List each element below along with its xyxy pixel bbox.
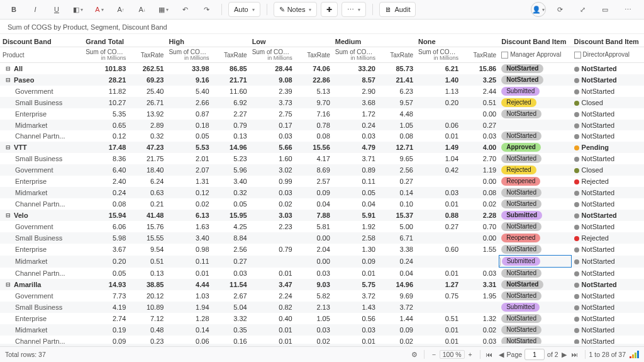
cell-value[interactable]: 0.09 <box>378 324 416 336</box>
cell-value[interactable]: 2.90 <box>333 86 378 97</box>
cell-value[interactable]: 8.84 <box>212 232 250 244</box>
table-row[interactable]: Small Business4.1910.891.945.040.822.131… <box>0 302 644 313</box>
cell-value[interactable]: 14.96 <box>212 142 250 153</box>
cell-value[interactable]: 2.70 <box>461 153 499 164</box>
cell-value[interactable]: 0.27 <box>416 221 461 232</box>
cell-value[interactable] <box>416 256 461 268</box>
cell-value[interactable]: 1.72 <box>333 108 378 120</box>
cell-value[interactable]: 0.87 <box>166 108 211 120</box>
mgr-status-cell[interactable]: NotStarted <box>499 290 571 302</box>
cell-value[interactable]: 9.54 <box>128 244 166 256</box>
cell-value[interactable]: 6.21 <box>416 63 461 75</box>
cell-value[interactable]: 0.11 <box>333 176 378 187</box>
cell-value[interactable]: 0.27 <box>378 176 416 187</box>
cell-value[interactable]: 8.69 <box>295 164 333 176</box>
cell-value[interactable]: 3.38 <box>378 244 416 256</box>
cell-value[interactable]: 15.55 <box>128 232 166 244</box>
add-note-button[interactable]: ✚ <box>321 2 338 17</box>
zoom-in-button[interactable]: + <box>465 349 476 360</box>
cell-value[interactable]: 0.24 <box>83 187 128 198</box>
cell-value[interactable]: 1.44 <box>378 313 416 324</box>
cell-value[interactable]: 1.30 <box>333 244 378 256</box>
cell-value[interactable]: 0.05 <box>166 130 211 142</box>
cell-value[interactable]: 4.17 <box>295 153 333 164</box>
cell-value[interactable]: 1.55 <box>461 244 499 256</box>
redo-button[interactable]: ↷ <box>197 3 215 16</box>
cell-value[interactable]: 25.40 <box>128 86 166 97</box>
cell-value[interactable]: 1.31 <box>166 176 211 187</box>
cell-value[interactable]: 10.89 <box>128 302 166 313</box>
cell-value[interactable]: 3.72 <box>333 290 378 302</box>
cell-value[interactable]: 3.67 <box>83 244 128 256</box>
cell-value[interactable]: 0.01 <box>416 130 461 142</box>
cell-value[interactable]: 33.98 <box>166 63 211 75</box>
col-grand-total[interactable]: Grand Total <box>83 34 166 47</box>
cell-value[interactable]: 0.08 <box>83 198 128 210</box>
cell-value[interactable]: 0.82 <box>250 302 295 313</box>
cell-value[interactable]: 41.48 <box>128 210 166 221</box>
mgr-status-cell[interactable]: NotStarted <box>499 63 571 75</box>
cell-value[interactable]: 0.23 <box>128 336 166 344</box>
cell-value[interactable]: 2.89 <box>128 120 166 130</box>
cell-value[interactable]: 0.00 <box>295 232 333 244</box>
mgr-status-cell[interactable]: Approved <box>499 142 571 153</box>
cell-value[interactable]: 1.05 <box>295 313 333 324</box>
col-cogs[interactable]: Sum of COGS 1.2in Millions <box>333 47 378 63</box>
cell-value[interactable]: 2.04 <box>295 244 333 256</box>
dir-status-cell[interactable]: NotStarted <box>572 86 644 97</box>
dir-status-cell[interactable]: Closed <box>572 164 644 176</box>
cell-value[interactable]: 0.09 <box>295 187 333 198</box>
settings-icon[interactable]: ⚙ <box>409 349 420 360</box>
cell-value[interactable]: 5.13 <box>295 86 333 97</box>
cell-value[interactable]: 0.51 <box>461 97 499 108</box>
cell-value[interactable]: 2.28 <box>461 210 499 221</box>
cell-value[interactable]: 0.05 <box>212 198 250 210</box>
col-high[interactable]: High <box>166 34 249 47</box>
cell-value[interactable]: 5.66 <box>250 142 295 153</box>
cell-value[interactable]: 0.01 <box>166 268 211 280</box>
cell-value[interactable]: 0.02 <box>461 198 499 210</box>
cell-value[interactable]: 0.06 <box>166 336 211 344</box>
data-grid[interactable]: Discount Band Grand Total High Low Mediu… <box>0 33 644 344</box>
cell-value[interactable]: 3.40 <box>212 176 250 187</box>
cell-value[interactable] <box>250 256 295 268</box>
table-row[interactable]: Enterprise2.406.241.313.400.992.570.110.… <box>0 176 644 187</box>
cell-value[interactable]: 5.23 <box>212 153 250 164</box>
cell-value[interactable]: 28.21 <box>83 74 128 86</box>
expand-icon[interactable]: ⊟ <box>5 65 11 72</box>
cell-value[interactable]: 11.60 <box>212 86 250 97</box>
cell-value[interactable]: 2.75 <box>250 108 295 120</box>
dir-status-cell[interactable]: NotStarted <box>572 120 644 130</box>
cell-value[interactable]: 15.95 <box>212 210 250 221</box>
col-taxrate[interactable]: TaxRate <box>378 47 416 63</box>
cell-value[interactable] <box>461 256 499 268</box>
cell-value[interactable]: 8.57 <box>333 74 378 86</box>
cell-value[interactable]: 9.70 <box>295 97 333 108</box>
cell-value[interactable]: 3.72 <box>378 302 416 313</box>
cell-value[interactable]: 9.69 <box>378 290 416 302</box>
col-none[interactable]: None <box>416 34 499 47</box>
dir-status-cell[interactable]: NotStarted <box>572 153 644 164</box>
cell-value[interactable]: 2.44 <box>461 86 499 97</box>
table-row[interactable]: ⊟Velo15.9441.486.1315.953.037.885.9115.3… <box>0 210 644 221</box>
cell-value[interactable]: 4.19 <box>83 302 128 313</box>
cell-value[interactable]: 0.10 <box>378 198 416 210</box>
cell-value[interactable]: 2.01 <box>166 153 211 164</box>
cell-value[interactable]: 86.85 <box>212 63 250 75</box>
user-avatar[interactable]: 👤▾ <box>531 2 546 17</box>
cell-value[interactable]: 3.03 <box>250 210 295 221</box>
cell-value[interactable]: 0.01 <box>416 324 461 336</box>
table-row[interactable]: Midmarket0.240.630.120.320.030.090.050.1… <box>0 187 644 198</box>
cell-value[interactable]: 4.00 <box>461 142 499 153</box>
cell-value[interactable]: 28.44 <box>250 63 295 75</box>
cell-value[interactable]: 2.24 <box>250 290 295 302</box>
cell-value[interactable] <box>416 108 461 120</box>
cell-value[interactable]: 0.03 <box>416 187 461 198</box>
cell-value[interactable]: 0.03 <box>333 130 378 142</box>
cell-value[interactable] <box>461 302 499 313</box>
cell-value[interactable]: 0.14 <box>378 187 416 198</box>
cell-value[interactable]: 69.23 <box>128 74 166 86</box>
cell-value[interactable]: 0.12 <box>166 187 211 198</box>
mgr-status-cell[interactable]: NotStarted <box>499 324 571 336</box>
table-row[interactable]: Channel Partn...0.080.210.020.050.020.04… <box>0 198 644 210</box>
